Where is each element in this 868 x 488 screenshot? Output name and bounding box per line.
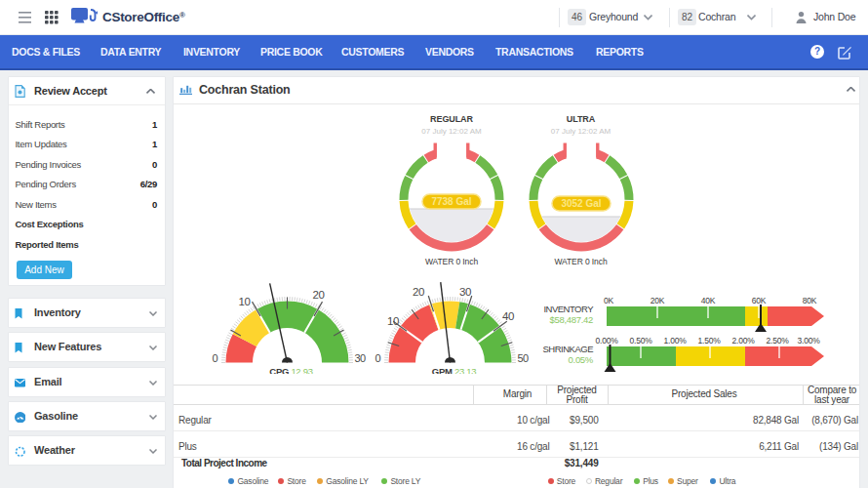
svg-text:0K: 0K — [604, 296, 614, 305]
svg-text:0.00%: 0.00% — [595, 336, 618, 346]
svg-text:20K: 20K — [651, 296, 665, 305]
svg-text:20: 20 — [413, 286, 424, 298]
svg-text:0.50%: 0.50% — [629, 336, 652, 346]
svg-text:GPM 23.13: GPM 23.13 — [432, 366, 476, 375]
svg-text:INVENTORY: INVENTORY — [543, 304, 594, 314]
svg-text:10: 10 — [387, 315, 399, 327]
svg-text:30: 30 — [459, 286, 471, 298]
svg-text:SHRINKAGE: SHRINKAGE — [543, 344, 594, 354]
svg-text:60K: 60K — [752, 296, 767, 305]
svg-text:7738 Gal: 7738 Gal — [431, 196, 471, 207]
svg-text:0: 0 — [212, 352, 217, 364]
svg-text:CPG 12.93: CPG 12.93 — [269, 366, 312, 375]
svg-text:10: 10 — [239, 296, 251, 307]
svg-text:80K: 80K — [803, 296, 817, 305]
svg-text:3052 Gal: 3052 Gal — [561, 198, 601, 209]
svg-text:1.00%: 1.00% — [663, 336, 687, 346]
svg-text:2.50%: 2.50% — [766, 336, 789, 346]
svg-text:20: 20 — [313, 289, 325, 301]
svg-text:40K: 40K — [701, 296, 716, 305]
svg-text:1.50%: 1.50% — [697, 336, 721, 346]
svg-text:3.00%: 3.00% — [797, 336, 820, 346]
svg-text:0.05%: 0.05% — [569, 354, 594, 365]
svg-text:2.00%: 2.00% — [731, 336, 755, 346]
svg-text:$58,487.42: $58,487.42 — [549, 314, 593, 325]
svg-text:0: 0 — [375, 352, 380, 364]
